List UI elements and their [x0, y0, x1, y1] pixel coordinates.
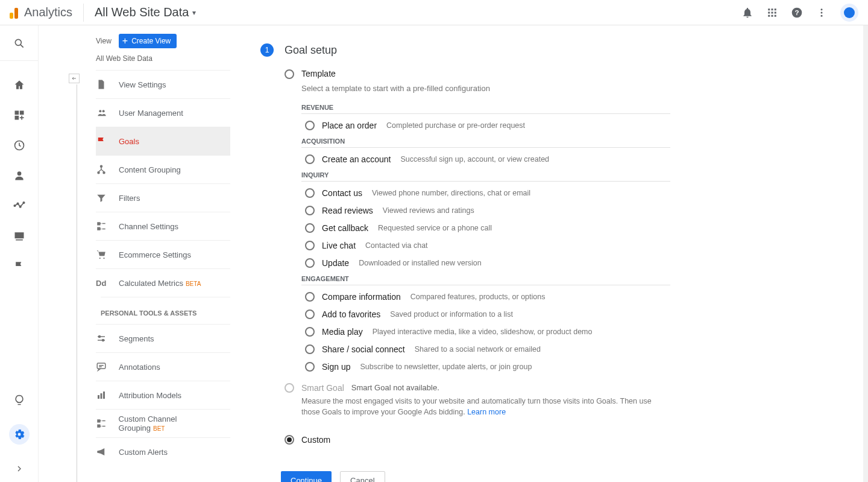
svg-rect-0: [768, 8, 770, 10]
radio-option[interactable]: [305, 154, 315, 164]
home-icon[interactable]: [13, 79, 25, 91]
continue-button[interactable]: Continue: [281, 471, 332, 482]
radio-option[interactable]: [305, 258, 315, 268]
svg-rect-6: [768, 14, 770, 16]
sidebar-item-user-management[interactable]: User Management: [96, 98, 230, 127]
radio-option[interactable]: [305, 241, 315, 250]
radio-option[interactable]: [305, 292, 315, 302]
section-title: PERSONAL TOOLS & ASSETS: [101, 297, 230, 324]
beta-badge: BET: [153, 425, 165, 432]
svg-rect-40: [101, 393, 102, 399]
collapse-handle[interactable]: [69, 74, 80, 83]
template-label: Template: [301, 69, 336, 78]
cancel-button[interactable]: Cancel: [340, 471, 385, 482]
sidebar-item-content-grouping[interactable]: Content Grouping: [96, 155, 230, 183]
template-option: Create an accountSuccessful sign up, acc…: [305, 154, 670, 164]
svg-rect-7: [772, 14, 773, 16]
svg-point-34: [99, 258, 101, 259]
svg-rect-1: [772, 8, 773, 10]
sidebar-item-label: View Settings: [119, 80, 166, 89]
svg-point-14: [15, 39, 21, 45]
radio-option[interactable]: [305, 223, 315, 233]
sidebar-item-goals[interactable]: Goals: [96, 127, 230, 155]
radio-option[interactable]: [305, 309, 315, 319]
scrollbar-track[interactable]: [863, 25, 868, 482]
learn-more-link[interactable]: Learn more: [467, 408, 506, 416]
template-option: Get callbackRequested service or a phone…: [305, 223, 670, 233]
conversions-icon[interactable]: [13, 260, 25, 272]
svg-rect-17: [20, 111, 24, 115]
sidebar-item-segments[interactable]: Segments: [96, 324, 230, 352]
sidebar-item-custom-alerts[interactable]: Custom Alerts: [96, 437, 230, 466]
step-title: Goal setup: [285, 44, 337, 57]
svg-point-11: [821, 8, 823, 10]
sidebar-item-calculated-metrics[interactable]: DdCalculated MetricsBETA: [96, 268, 230, 297]
avatar[interactable]: [840, 4, 858, 22]
sidebar-item-label: Channel Settings: [119, 222, 178, 231]
sidebar-item-channel-settings[interactable]: Channel Settings: [96, 212, 230, 240]
group-title: REVENUE: [301, 104, 670, 114]
acquisition-icon[interactable]: [13, 200, 25, 212]
radio-option[interactable]: [305, 188, 315, 198]
behavior-icon[interactable]: [13, 230, 25, 242]
group-title: ENGAGEMENT: [301, 275, 670, 285]
sliders-icon: [96, 333, 109, 344]
radio-option[interactable]: [305, 327, 315, 337]
admin-sidebar: View + Create View All Web Site Data Vie…: [39, 25, 230, 482]
chat-icon: [96, 361, 109, 372]
template-option: Add to favoritesSaved product or informa…: [305, 309, 670, 319]
bell-icon[interactable]: [741, 7, 753, 19]
svg-point-31: [103, 172, 105, 174]
main-content: 1 Goal setup Template Select a template …: [230, 25, 868, 482]
create-view-button[interactable]: + Create View: [119, 34, 177, 48]
discover-icon[interactable]: [13, 394, 25, 406]
template-option-label: Add to favorites: [322, 309, 380, 319]
radio-custom[interactable]: [285, 435, 294, 445]
view-selector-dropdown[interactable]: All Web Site Data ▾: [95, 5, 196, 19]
template-option: UpdateDownloaded or installed new versio…: [305, 258, 670, 268]
sidebar-item-label: Filters: [119, 194, 140, 203]
sidebar-item-ecommerce-settings[interactable]: Ecommerce Settings: [96, 240, 230, 268]
sidebar-item-annotations[interactable]: Annotations: [96, 352, 230, 381]
help-icon[interactable]: ?: [791, 7, 803, 19]
svg-rect-3: [768, 11, 770, 13]
apps-grid-icon[interactable]: [767, 7, 778, 18]
sidebar-item-label: Ecommerce Settings: [119, 250, 191, 259]
logo: Analytics: [10, 5, 72, 19]
svg-point-20: [17, 171, 22, 176]
sidebar-item-label: Attribution Models: [119, 391, 181, 400]
more-vert-icon[interactable]: [816, 7, 827, 18]
flag-icon: [96, 136, 109, 147]
sidebar-item-view-settings[interactable]: View Settings: [96, 70, 230, 98]
file-icon: [96, 79, 109, 90]
chevron-right-icon[interactable]: [13, 463, 25, 475]
template-option-desc: Successful sign up, account, or view cre…: [400, 155, 549, 163]
svg-point-12: [821, 11, 823, 13]
group-title: INQUIRY: [301, 171, 670, 182]
sidebar-item-filters[interactable]: Filters: [96, 183, 230, 212]
audience-icon[interactable]: [13, 170, 25, 182]
radio-template[interactable]: [285, 69, 294, 79]
radio-option[interactable]: [305, 206, 315, 215]
svg-point-35: [103, 258, 104, 259]
template-option: Contact usViewed phone number, direction…: [305, 188, 670, 198]
brand-name: Analytics: [24, 5, 72, 19]
template-option-label: Sign up: [322, 362, 350, 372]
admin-icon[interactable]: [9, 424, 30, 445]
channel-icon: [96, 418, 109, 429]
radio-option[interactable]: [305, 121, 315, 130]
template-option-desc: Compared features, products, or options: [410, 293, 546, 301]
radio-option[interactable]: [305, 344, 315, 354]
sidebar-item-custom-channel-grouping[interactable]: Custom Channel GroupingBET: [96, 409, 230, 437]
sidebar-item-label: Custom Channel GroupingBET: [119, 414, 223, 433]
customization-icon[interactable]: [13, 109, 25, 121]
radio-option[interactable]: [305, 362, 315, 372]
search-icon[interactable]: [13, 37, 25, 49]
template-option-label: Get callback: [322, 223, 368, 233]
sidebar-item-attribution-models[interactable]: Attribution Models: [96, 381, 230, 409]
template-option-desc: Viewed phone number, directions, chat or…: [372, 189, 530, 197]
svg-point-36: [99, 336, 101, 338]
svg-point-24: [23, 202, 25, 204]
template-option-label: Read reviews: [322, 206, 373, 215]
realtime-icon[interactable]: [13, 139, 25, 151]
